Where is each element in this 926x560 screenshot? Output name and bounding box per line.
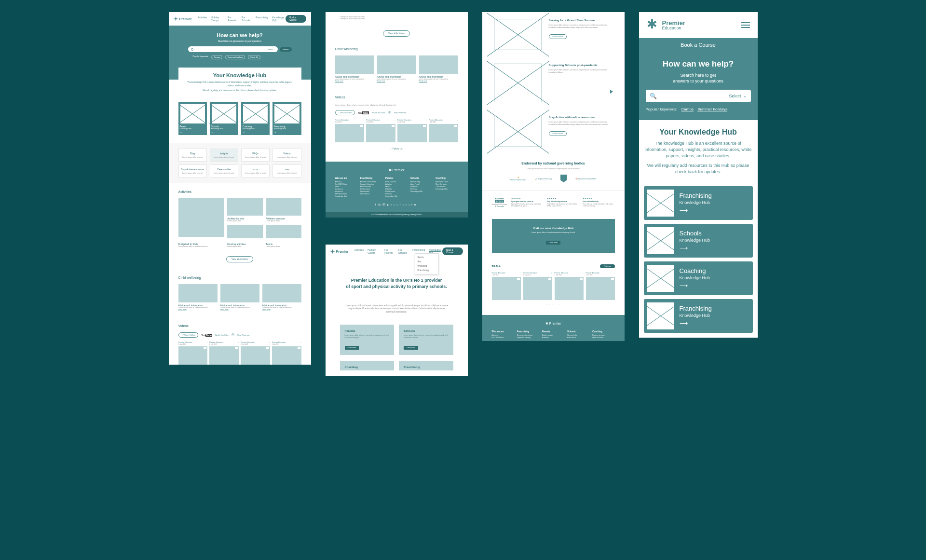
video-card[interactable]: Premier Education♪2 July 2021 bbox=[335, 119, 365, 142]
video-card[interactable]: Premier Education♪2 July 2021 bbox=[272, 341, 301, 365]
video-card[interactable]: Premier Education♪2 July 2021 bbox=[241, 341, 270, 365]
logo[interactable]: Premier bbox=[174, 16, 192, 21]
tile-faqs[interactable]: FAQsLorem ipsum dolor sit amet bbox=[241, 149, 270, 162]
video-card[interactable]: Premier Education♪2 July 2021 bbox=[178, 341, 208, 365]
video-card[interactable]: Premier Education♪2 July 2021 bbox=[586, 272, 615, 300]
keyword-pill[interactable]: Camps bbox=[211, 55, 222, 59]
search-bar[interactable]: 🔍 Select ⌄ bbox=[646, 90, 751, 102]
tiktok-icon: ♪ bbox=[364, 119, 365, 121]
tile-placeholder[interactable]: xxxxLorem ipsum dolor sit amet bbox=[272, 164, 301, 178]
nav-activities[interactable]: Activities bbox=[198, 16, 207, 22]
watch-tiktok-button[interactable]: ♪ Watch TikTok bbox=[335, 110, 355, 115]
header: Premier Activities Holiday Camps For Par… bbox=[169, 12, 311, 26]
video-card[interactable]: Premier Education♪2 July 2021 bbox=[366, 119, 395, 142]
wellbeing-card[interactable]: Advice and informationLorem ipsum dolor … bbox=[178, 284, 218, 311]
hub-card-schools[interactable]: SchoolsKnowledge Hub⟶ bbox=[644, 224, 753, 258]
tile-placeholder[interactable]: xxxxLorem ipsum dolor sit amet bbox=[241, 164, 270, 178]
card-franchising[interactable]: Franchising bbox=[399, 361, 453, 370]
view-all-activities-button[interactable]: View all Activities bbox=[226, 256, 253, 262]
learn-more-button[interactable]: Learn more bbox=[345, 346, 359, 350]
nav-for-parents[interactable]: For Parents bbox=[228, 16, 238, 22]
wellbeing-card[interactable]: Advice and informationLorem ipsum dolor … bbox=[335, 55, 374, 82]
activity-card[interactable] bbox=[266, 225, 301, 240]
nav-for-schools[interactable]: For Schools bbox=[242, 16, 252, 22]
tile-insights[interactable]: InsightsLorem ipsum dolor sit amet bbox=[210, 149, 238, 162]
follow-us-button[interactable]: Follow us bbox=[600, 264, 615, 268]
intro-text: Lorem ipsum dolor sit amet, consectetur … bbox=[326, 300, 468, 319]
logo[interactable]: Premier bbox=[330, 249, 349, 254]
book-course-bar[interactable]: Book a Course bbox=[639, 38, 758, 52]
instagram-icon[interactable]: ◎ bbox=[378, 203, 382, 206]
wellbeing-card[interactable]: Advice and informationLorem ipsum dolor … bbox=[377, 55, 416, 82]
pinterest-icon[interactable]: Ⓟ bbox=[382, 203, 387, 206]
video-card[interactable]: Premier Education♪2 July 2021 bbox=[555, 272, 584, 300]
video-card[interactable]: Premier Education♪2 July 2021 bbox=[429, 119, 458, 142]
video-card[interactable]: Premier Education♪2 July 2021 bbox=[523, 272, 552, 300]
tile-videos[interactable]: VideosLorem ipsum dolor sit amet bbox=[272, 149, 301, 162]
linkedin-icon[interactable]: in bbox=[411, 203, 418, 206]
watch-tiktok-button[interactable]: ♪ Watch TikTok bbox=[178, 332, 199, 338]
carousel-dots[interactable]: • • • • • bbox=[492, 300, 615, 308]
video-card[interactable]: Premier Education♪2 July 2021 bbox=[397, 119, 427, 142]
tile-case-studies[interactable]: Case studiesLorem ipsum dolor sit amet bbox=[210, 164, 238, 178]
activity-card[interactable] bbox=[227, 225, 263, 240]
keyword-link[interactable]: Summer holidays bbox=[697, 107, 727, 111]
hub-card-coaching[interactable]: CoachingKnowledge Hub⟶ bbox=[644, 261, 753, 295]
book-course-button[interactable]: Book a Course bbox=[286, 15, 306, 23]
search-bar[interactable]: Select ⌄ bbox=[188, 46, 278, 52]
learn-more-button[interactable]: Learn more bbox=[404, 346, 418, 350]
nav-item[interactable]: Holiday Camps bbox=[368, 248, 381, 254]
footer: ✱ Premier Who we areAbout usOur CSR Pill… bbox=[482, 315, 625, 341]
logo-icon bbox=[647, 19, 659, 31]
activity-card[interactable]: Archery for kidsLorem ipsum dolor bbox=[227, 198, 263, 222]
hub-card-franchising-2[interactable]: FranchisingKnowledge Hub⟶ bbox=[644, 299, 753, 333]
hub-card-schools[interactable]: SchoolsKnowledge Hub→ bbox=[210, 102, 238, 135]
nav-item[interactable]: For Schools bbox=[398, 248, 409, 254]
search-select[interactable]: Select ⌄ bbox=[268, 48, 275, 51]
youtube-icon[interactable]: ▶YouTube bbox=[387, 204, 412, 206]
image-placeholder bbox=[178, 198, 225, 237]
find-out-more-button[interactable]: Find out more bbox=[549, 131, 567, 136]
menu-icon[interactable] bbox=[741, 22, 750, 28]
search-select[interactable]: Select ⌄ bbox=[729, 94, 747, 98]
play-icon[interactable] bbox=[610, 90, 613, 94]
tile-blog[interactable]: BlogLorem ipsum dolor sit amet bbox=[178, 149, 207, 162]
nav-franchising[interactable]: Franchising bbox=[256, 16, 268, 22]
keyword-pill[interactable]: Summer holidays bbox=[225, 55, 245, 59]
follow-us[interactable]: ♪ Follow us bbox=[335, 142, 458, 155]
hub-card-parent[interactable]: ParentKnowledge Hub→ bbox=[178, 102, 207, 135]
image-placeholder bbox=[178, 284, 218, 302]
hub-card-franchising[interactable]: FranchisingKnowledge Hub→ bbox=[272, 102, 301, 135]
logo[interactable]: PremierEducation bbox=[647, 19, 685, 31]
keyword-link[interactable]: Camps bbox=[681, 107, 694, 111]
nav-item[interactable]: For Parents bbox=[384, 248, 395, 254]
wellbeing-card[interactable]: Advice and informationLorem ipsum dolor … bbox=[262, 284, 301, 311]
video-card[interactable]: Premier Education♪2 July 2021 bbox=[492, 272, 521, 300]
card-parents[interactable]: ParentsLorem ipsum dolor sit amet, conse… bbox=[340, 325, 395, 355]
search-button[interactable]: Search bbox=[280, 47, 292, 52]
activity-card[interactable]: Dodgeball for KidsLorem ipsum dolor sit … bbox=[178, 243, 225, 247]
hero-statement: Premier Education is the UK's No 1 provi… bbox=[326, 258, 468, 299]
tile-stay-active[interactable]: Stay Active resourcesLorem ipsum dolor s… bbox=[178, 164, 207, 178]
nav-dropdown[interactable]: Sports Arts Wellbeing Franchising bbox=[415, 253, 439, 274]
activity-card[interactable]: Fencing activitiesLorem ipsum dolor bbox=[227, 243, 263, 247]
activity-card[interactable]: Athletics sessionsLorem ipsum dolor bbox=[266, 198, 301, 222]
keyword-pill[interactable]: Covid 19 bbox=[248, 55, 260, 59]
activity-card[interactable] bbox=[178, 198, 225, 240]
wellbeing-card[interactable]: Advice and informationLorem ipsum dolor … bbox=[419, 55, 458, 82]
video-card[interactable]: Premier Education♪2 July 2021 bbox=[209, 341, 239, 365]
nav-item[interactable]: Activities bbox=[354, 248, 364, 254]
view-all-activities-button[interactable]: View all Activities bbox=[383, 30, 410, 37]
book-course-button[interactable]: Book a Course bbox=[442, 247, 463, 255]
card-schools[interactable]: SchoolsLorem ipsum dolor sit amet, conse… bbox=[399, 325, 453, 355]
card-coaching[interactable]: Coaching bbox=[340, 361, 395, 370]
learn-more-button[interactable]: Learn more bbox=[546, 241, 560, 245]
arrow-right-icon: → bbox=[211, 131, 237, 134]
hub-card-franchising[interactable]: FranchisingKnowledge Hub⟶ bbox=[644, 186, 753, 220]
wellbeing-card[interactable]: Advice and informationLorem ipsum dolor … bbox=[220, 284, 259, 311]
hub-card-coaching[interactable]: CoachingKnowledge Hub→ bbox=[241, 102, 270, 135]
find-out-more-button[interactable]: Find out more bbox=[549, 34, 567, 39]
nav-knowledge-hub[interactable]: Knowledge Hub bbox=[272, 16, 286, 22]
activity-card[interactable]: TennisLorem ipsum dolor bbox=[266, 243, 301, 247]
nav-holiday-camps[interactable]: Holiday Camps bbox=[211, 16, 224, 22]
